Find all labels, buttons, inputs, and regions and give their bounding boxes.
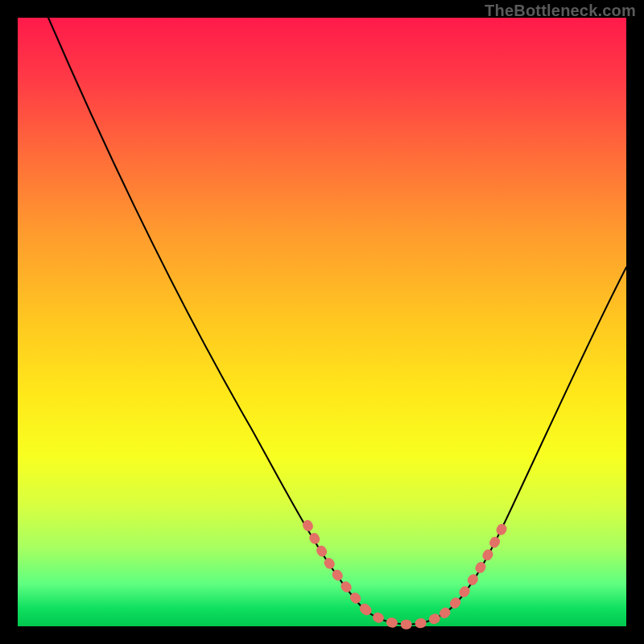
valley-marker	[365, 609, 444, 625]
chart-frame: TheBottleneck.com	[0, 0, 644, 644]
right-slope-marker	[444, 525, 504, 613]
left-slope-marker	[308, 525, 365, 609]
chart-svg	[18, 18, 626, 626]
bottleneck-curve	[48, 18, 626, 625]
